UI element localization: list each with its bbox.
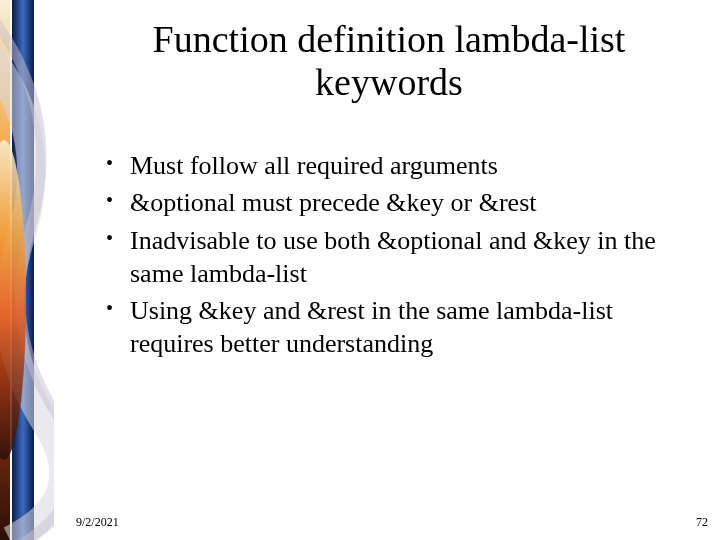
bullet-list: Must follow all required arguments &opti… (88, 149, 690, 361)
bullet-text: Inadvisable to use both &optional and &k… (130, 226, 656, 288)
slide-content: Function definition lambda-list keywords… (54, 0, 720, 540)
sidebar-art (0, 0, 54, 540)
decorative-sidebar (0, 0, 54, 540)
bullet-text: Using &key and &rest in the same lambda-… (130, 296, 613, 358)
slide-title: Function definition lambda-list keywords (98, 18, 680, 103)
footer-date: 9/2/2021 (76, 515, 119, 530)
footer-page-number: 72 (696, 515, 708, 530)
svg-rect-3 (34, 0, 36, 540)
list-item: Inadvisable to use both &optional and &k… (110, 224, 690, 291)
list-item: Using &key and &rest in the same lambda-… (110, 294, 690, 361)
bullet-text: Must follow all required arguments (130, 151, 498, 180)
list-item: Must follow all required arguments (110, 149, 690, 182)
list-item: &optional must precede &key or &rest (110, 186, 690, 219)
bullet-text: &optional must precede &key or &rest (130, 188, 537, 217)
